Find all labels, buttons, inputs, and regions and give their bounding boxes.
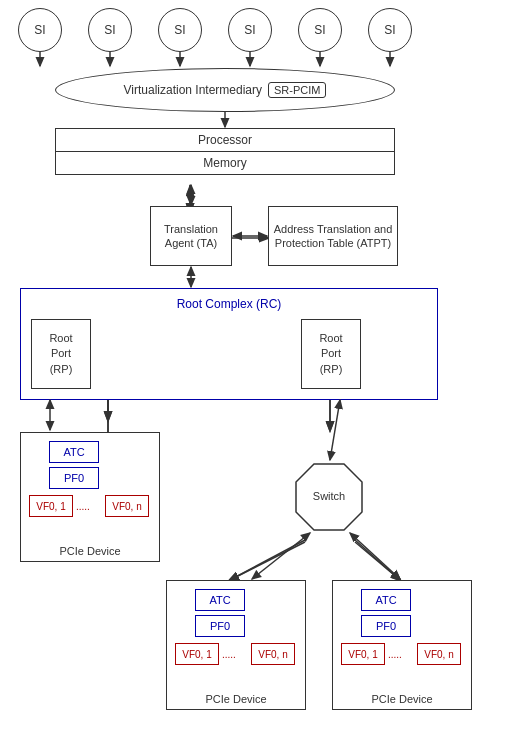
- vf0n-middle: VF0, n: [251, 643, 295, 665]
- svg-line-28: [350, 533, 400, 579]
- svg-line-27: [252, 533, 310, 579]
- dots-right: .....: [388, 649, 402, 660]
- vf01-left: VF0, 1: [29, 495, 73, 517]
- si-circle-5: SI: [298, 8, 342, 52]
- vf01-left-label: VF0, 1: [36, 501, 65, 512]
- pf0-right-label: PF0: [376, 620, 396, 632]
- atc-middle-label: ATC: [209, 594, 230, 606]
- vf0n-right-label: VF0, n: [424, 649, 453, 660]
- pf0-middle: PF0: [195, 615, 245, 637]
- svg-line-7: [230, 540, 305, 580]
- atpt-box: Address Translation andProtection Table …: [268, 206, 398, 266]
- root-port-left-label: RootPort(RP): [49, 331, 72, 377]
- switch-octagon: Switch: [294, 462, 364, 532]
- processor-label: Processor: [56, 129, 394, 152]
- root-port-right: RootPort(RP): [301, 319, 361, 389]
- svg-text:Switch: Switch: [313, 490, 345, 502]
- root-port-right-label: RootPort(RP): [319, 331, 342, 377]
- sr-pcim-box: SR-PCIM: [268, 82, 326, 98]
- ta-label: TranslationAgent (TA): [164, 222, 218, 251]
- vf0n-middle-label: VF0, n: [258, 649, 287, 660]
- atc-right-label: ATC: [375, 594, 396, 606]
- vf0n-left: VF0, n: [105, 495, 149, 517]
- atc-right: ATC: [361, 589, 411, 611]
- switch-shape: Switch: [294, 462, 364, 532]
- pcie-device-right: ATC PF0 VF0, 1 ..... VF0, n PCIe Device: [332, 580, 472, 710]
- diagram: SI SI SI SI SI SI Virtualization Interme…: [0, 0, 507, 738]
- pcie-middle-label: PCIe Device: [167, 693, 305, 705]
- atc-left: ATC: [49, 441, 99, 463]
- rc-label: Root Complex (RC): [21, 297, 437, 311]
- processor-memory-box: Processor Memory: [55, 128, 395, 175]
- pcie-left-label: PCIe Device: [21, 545, 159, 557]
- svg-line-26: [330, 400, 340, 460]
- memory-label: Memory: [56, 152, 394, 174]
- atpt-label: Address Translation andProtection Table …: [274, 222, 393, 251]
- vi-label: Virtualization Intermediary: [124, 83, 263, 97]
- rc-box: Root Complex (RC) RootPort(RP) RootPort(…: [20, 288, 438, 400]
- vf01-right: VF0, 1: [341, 643, 385, 665]
- si-circle-1: SI: [18, 8, 62, 52]
- pf0-middle-label: PF0: [210, 620, 230, 632]
- svg-line-10: [355, 542, 400, 580]
- sr-pcim-label: SR-PCIM: [274, 84, 320, 96]
- dots-left: .....: [76, 501, 90, 512]
- si-circle-3: SI: [158, 8, 202, 52]
- vf01-right-label: VF0, 1: [348, 649, 377, 660]
- vi-ellipse: Virtualization Intermediary SR-PCIM: [55, 68, 395, 112]
- si-circle-2: SI: [88, 8, 132, 52]
- vf01-middle: VF0, 1: [175, 643, 219, 665]
- pf0-left: PF0: [49, 467, 99, 489]
- atc-left-label: ATC: [63, 446, 84, 458]
- dots-middle: .....: [222, 649, 236, 660]
- si-circle-4: SI: [228, 8, 272, 52]
- svg-line-9: [355, 540, 400, 580]
- vf01-middle-label: VF0, 1: [182, 649, 211, 660]
- pcie-device-left: ATC PF0 VF0, 1 ..... VF0, n PCIe Device: [20, 432, 160, 562]
- atc-middle: ATC: [195, 589, 245, 611]
- svg-line-8: [230, 542, 305, 580]
- root-port-left: RootPort(RP): [31, 319, 91, 389]
- pcie-device-middle: ATC PF0 VF0, 1 ..... VF0, n PCIe Device: [166, 580, 306, 710]
- vf0n-right: VF0, n: [417, 643, 461, 665]
- pf0-right: PF0: [361, 615, 411, 637]
- vf0n-left-label: VF0, n: [112, 501, 141, 512]
- ta-box: TranslationAgent (TA): [150, 206, 232, 266]
- pf0-left-label: PF0: [64, 472, 84, 484]
- si-circle-6: SI: [368, 8, 412, 52]
- pcie-right-label: PCIe Device: [333, 693, 471, 705]
